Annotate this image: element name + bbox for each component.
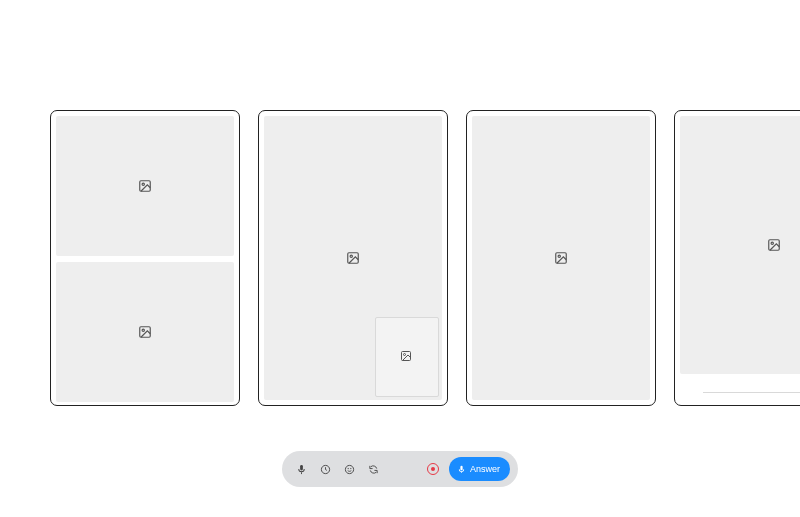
- image-placeholder-tile: [680, 116, 800, 374]
- mic-icon[interactable]: [294, 462, 308, 476]
- image-icon: [346, 251, 360, 265]
- divider: [703, 392, 800, 393]
- svg-point-1: [142, 183, 144, 185]
- layout-card[interactable]: [50, 110, 240, 406]
- image-placeholder-tile: [56, 116, 234, 256]
- image-icon: [554, 251, 568, 265]
- svg-point-11: [771, 242, 773, 244]
- layout-card[interactable]: [258, 110, 448, 406]
- svg-point-3: [142, 329, 144, 331]
- clock-icon[interactable]: [318, 462, 332, 476]
- image-icon: [138, 325, 152, 339]
- svg-point-5: [350, 255, 352, 257]
- layout-card[interactable]: [466, 110, 656, 406]
- svg-point-7: [404, 354, 406, 356]
- layout-card[interactable]: [674, 110, 800, 406]
- smile-icon[interactable]: [342, 462, 356, 476]
- image-icon: [400, 350, 414, 364]
- image-placeholder-tile: [56, 262, 234, 402]
- record-button[interactable]: [427, 463, 439, 475]
- svg-point-14: [345, 465, 353, 473]
- answer-button[interactable]: Answer: [449, 457, 510, 481]
- card-strip: [0, 110, 800, 406]
- bottom-toolbar: Answer: [282, 451, 518, 487]
- image-icon: [138, 179, 152, 193]
- svg-rect-12: [301, 472, 302, 474]
- refresh-icon[interactable]: [366, 462, 380, 476]
- inset-placeholder: [375, 317, 439, 397]
- image-icon: [767, 238, 781, 252]
- svg-rect-17: [461, 471, 462, 472]
- canvas-stage: Answer: [0, 0, 800, 517]
- answer-button-label: Answer: [470, 464, 500, 474]
- image-placeholder-tile: [472, 116, 650, 400]
- svg-point-9: [558, 255, 560, 257]
